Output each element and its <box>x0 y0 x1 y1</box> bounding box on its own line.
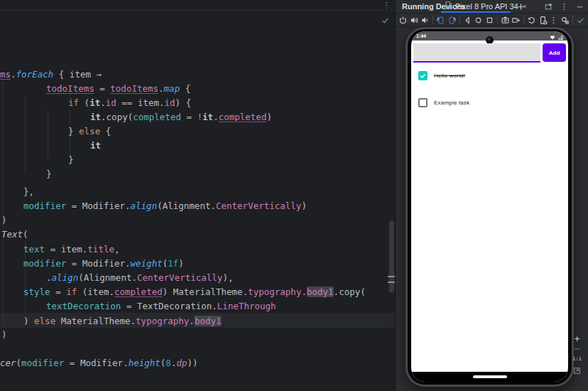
home-indicator[interactable] <box>473 375 507 378</box>
code-line[interactable]: } <box>46 167 52 181</box>
device-frame: 1:44 Add <box>405 27 574 387</box>
add-button[interactable]: Add <box>543 43 566 62</box>
zoom-ratio-button[interactable]: 1:1 <box>572 355 582 363</box>
signal-icon <box>557 31 563 43</box>
occurrence-marker <box>388 282 395 283</box>
screen-record-icon[interactable] <box>511 14 521 26</box>
toolbar-separator <box>497 16 498 24</box>
code-line[interactable]: text = item.title, <box>23 242 120 257</box>
wifi-icon <box>550 31 555 43</box>
device-settings-icon[interactable] <box>538 14 548 26</box>
checkbox-unchecked[interactable] <box>418 98 428 107</box>
window-float-icon[interactable] <box>544 1 553 14</box>
status-icons <box>550 31 563 43</box>
code-line[interactable]: ) <box>1 213 7 227</box>
code-line[interactable]: it.copy(completed = !it.completed) <box>90 110 272 124</box>
code-line[interactable]: } <box>68 153 74 167</box>
code-editor[interactable]: ⋮ ms.forEach { item →todoItems = todoIte… <box>0 0 395 391</box>
code-line[interactable]: style = if (item.completed) MaterialThem… <box>23 285 366 299</box>
running-devices-panel: Running Devices Pixel 8 Pro API 34 <box>395 0 588 391</box>
back-icon[interactable] <box>462 14 473 26</box>
screenshot-icon[interactable] <box>500 14 511 26</box>
code-line[interactable]: cer(modifier = Modifier.height(8.dp)) <box>0 356 198 370</box>
volume-up-icon[interactable] <box>408 14 419 26</box>
device-display-area: 1:44 Add <box>396 27 588 390</box>
new-todo-row: Add <box>413 43 566 63</box>
indent-guide <box>48 109 48 159</box>
todo-item-row[interactable]: Hello world! <box>418 70 465 81</box>
rotate-left-icon[interactable] <box>435 14 446 26</box>
todo-item-label: Example task <box>434 100 469 106</box>
code-line[interactable]: it <box>90 139 101 153</box>
panel-header: Running Devices Pixel 8 Pro API 34 <box>396 0 588 14</box>
code-line[interactable]: ms.forEach { item → <box>0 68 102 82</box>
code-line[interactable]: }, <box>23 185 34 199</box>
todo-item-row[interactable]: Example task <box>418 97 469 108</box>
status-check-icon[interactable] <box>575 14 586 26</box>
device-screen[interactable]: 1:44 Add <box>411 31 568 382</box>
code-line[interactable]: ) else MaterialTheme.typography.body1 <box>23 314 222 328</box>
editor-tab-strip: ⋮ <box>0 0 395 11</box>
indent-guide <box>25 95 26 173</box>
code-line[interactable]: modifier = Modifier.align(Alignment.Cent… <box>23 199 307 213</box>
code-line[interactable]: Text( <box>1 227 28 242</box>
code-line[interactable]: todoItems = todoItems.map { <box>46 82 190 96</box>
plus-icon[interactable] <box>516 1 526 14</box>
more-vertical-icon[interactable] <box>548 14 559 26</box>
zoom-out-button[interactable]: − <box>575 345 580 353</box>
panel-window-controls <box>544 1 584 14</box>
hide-icon[interactable] <box>575 1 584 14</box>
overview-icon[interactable] <box>484 14 494 26</box>
zoom-in-button[interactable]: + <box>575 335 580 343</box>
navigation-bar <box>411 372 568 382</box>
device-toolbar <box>396 14 588 27</box>
status-time: 1:44 <box>416 33 426 38</box>
device-tab-label: Pixel 8 Pro API 34 <box>455 2 518 11</box>
home-icon[interactable] <box>473 14 484 26</box>
selected-tab-underline <box>441 11 511 13</box>
todo-item-label: Hello world! <box>434 73 465 79</box>
more-vertical-icon[interactable]: ⋮ <box>383 1 391 10</box>
code-line[interactable]: } else { <box>68 124 111 139</box>
power-icon[interactable] <box>398 14 408 26</box>
inspect-ui-icon[interactable] <box>559 14 570 26</box>
code-line[interactable]: ) <box>1 328 7 342</box>
occurrence-marker <box>388 276 395 277</box>
fit-screen-button[interactable] <box>573 365 581 377</box>
android-studio-window: ⋮ ms.forEach { item →todoItems = todoIte… <box>0 0 588 391</box>
toolbar-separator <box>432 16 433 24</box>
code-line[interactable]: modifier = Modifier.weight(1f) <box>23 257 184 271</box>
toolbar-separator <box>523 16 524 24</box>
checkbox-checked[interactable] <box>418 71 428 80</box>
indent-guide <box>3 80 4 329</box>
zoom-controls: + − 1:1 <box>572 335 582 377</box>
snapshots-icon[interactable] <box>526 14 537 26</box>
toolbar-separator <box>459 16 460 24</box>
code-line[interactable]: .align(Alignment.CenterVertically), <box>46 271 233 285</box>
todo-input[interactable] <box>413 43 540 63</box>
toolbar-separator <box>572 16 573 24</box>
volume-down-icon[interactable] <box>420 14 430 26</box>
rotate-right-icon[interactable] <box>446 14 457 26</box>
code-line[interactable]: if (it.id == item.id) { <box>68 96 191 110</box>
inspections-passed-icon[interactable] <box>381 15 391 25</box>
code-line[interactable]: textDecoration = TextDecoration.LineThro… <box>46 299 276 314</box>
more-vertical-icon[interactable] <box>560 1 569 14</box>
